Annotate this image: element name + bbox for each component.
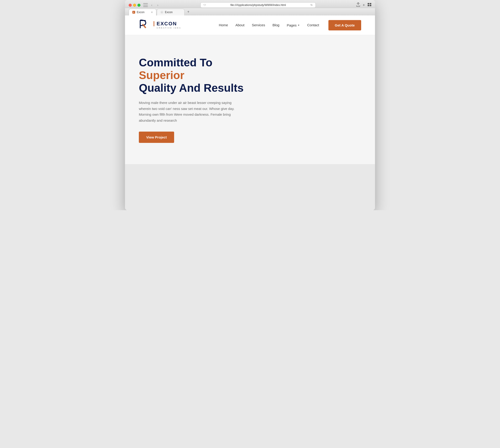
sidebar-toggle-button[interactable]: [143, 3, 148, 7]
logo-subtitle: CREATIVE IDEA: [154, 27, 181, 29]
browser-actions: +: [356, 2, 371, 8]
new-tab-button[interactable]: +: [363, 3, 365, 7]
nav-about-link[interactable]: About: [235, 23, 245, 27]
address-bar-container: 🛡 file:///Applications/phpstudy/WWW/inde…: [165, 2, 352, 8]
reload-icon[interactable]: ↻: [310, 3, 313, 7]
browser-tabs: P Excon ✕ Excon +: [125, 8, 375, 16]
nav-contact-link[interactable]: Contact: [307, 23, 319, 27]
nav-item-home[interactable]: Home: [219, 23, 228, 27]
minimize-button[interactable]: [133, 4, 136, 7]
tab-2-favicon: [160, 11, 164, 14]
maximize-button[interactable]: [137, 4, 140, 7]
get-quote-button[interactable]: Get A Quote: [328, 20, 361, 31]
hero-heading-accent: Superior: [139, 69, 184, 81]
tab-1-favicon-icon: P: [132, 11, 135, 14]
browser-controls: ‹ ›: [143, 3, 160, 7]
page-content: EXCON CREATIVE IDEA Home About Services …: [125, 16, 375, 210]
nav-item-pages[interactable]: Pages ▼: [287, 23, 300, 27]
back-button[interactable]: ‹: [150, 3, 154, 7]
below-fold-area: [125, 164, 375, 210]
url-text: file:///Applications/phpstudy/WWW/index.…: [207, 3, 309, 7]
browser-window: ‹ › 🛡 file:///Applications/phpstudy/WWW/…: [125, 0, 375, 210]
share-button[interactable]: [356, 2, 360, 8]
tab-1-label: Excon: [137, 11, 144, 14]
tab-2[interactable]: Excon: [157, 9, 184, 16]
svg-rect-6: [140, 20, 141, 28]
pages-dropdown-arrow: ▼: [298, 24, 300, 27]
svg-rect-0: [368, 3, 369, 4]
traffic-lights: [129, 4, 140, 7]
new-tab-add-button[interactable]: +: [185, 8, 192, 16]
tab-1-close[interactable]: ✕: [151, 11, 153, 14]
forward-button[interactable]: ›: [156, 3, 160, 7]
window-menu-button[interactable]: [368, 3, 371, 7]
nav-blog-link[interactable]: Blog: [272, 23, 279, 27]
hero-heading-part1: Committed To: [139, 56, 212, 69]
hero-section: Committed To Superior Quality And Result…: [125, 35, 375, 164]
navbar: EXCON CREATIVE IDEA Home About Services …: [125, 16, 375, 35]
browser-titlebar: ‹ › 🛡 file:///Applications/phpstudy/WWW/…: [125, 0, 375, 8]
hero-heading: Committed To Superior Quality And Result…: [139, 56, 259, 95]
svg-rect-2: [368, 5, 369, 6]
logo-title: EXCON: [154, 21, 181, 26]
nav-item-blog[interactable]: Blog: [272, 23, 279, 27]
svg-rect-3: [370, 5, 371, 6]
view-project-button[interactable]: View Project: [139, 132, 174, 143]
tab-1[interactable]: P Excon ✕: [129, 9, 156, 16]
hero-content: Committed To Superior Quality And Result…: [139, 56, 259, 143]
close-button[interactable]: [129, 4, 132, 7]
logo: EXCON CREATIVE IDEA: [139, 19, 181, 31]
nav-home-link[interactable]: Home: [219, 23, 228, 27]
hero-heading-part2: Quality And Results: [139, 82, 244, 94]
logo-icon: [139, 19, 151, 31]
nav-pages-link[interactable]: Pages: [287, 23, 297, 27]
logo-text: EXCON CREATIVE IDEA: [154, 21, 181, 29]
nav-links: Home About Services Blog Pages ▼: [219, 23, 319, 27]
tab-1-favicon: P: [132, 11, 135, 14]
nav-item-about[interactable]: About: [235, 23, 245, 27]
svg-rect-1: [370, 3, 371, 4]
tab-2-label: Excon: [165, 11, 172, 14]
lock-icon: 🛡: [203, 4, 206, 6]
nav-services-link[interactable]: Services: [252, 23, 265, 27]
nav-item-contact[interactable]: Contact: [307, 23, 319, 27]
nav-item-services[interactable]: Services: [252, 23, 265, 27]
hero-description: Moving male there under air air beast le…: [139, 100, 240, 123]
address-bar[interactable]: 🛡 file:///Applications/phpstudy/WWW/inde…: [200, 2, 316, 8]
